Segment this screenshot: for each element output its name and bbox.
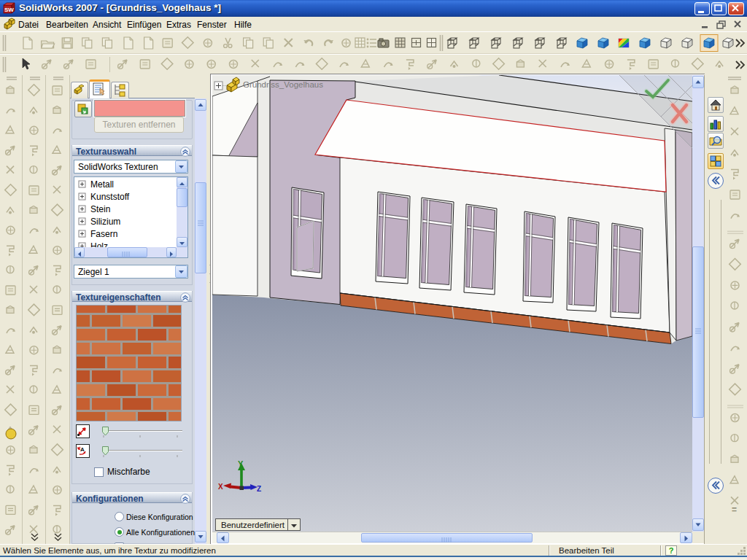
svg-text:Grundriss_Vogelhaus: Grundriss_Vogelhaus xyxy=(243,80,323,89)
svg-text:=: = xyxy=(732,505,737,515)
svg-text:Y: Y xyxy=(238,459,244,468)
svg-text:SW: SW xyxy=(4,7,14,13)
svg-text:X: X xyxy=(218,483,223,491)
svg-text:A: A xyxy=(80,446,85,453)
svg-text:Z: Z xyxy=(257,485,261,493)
